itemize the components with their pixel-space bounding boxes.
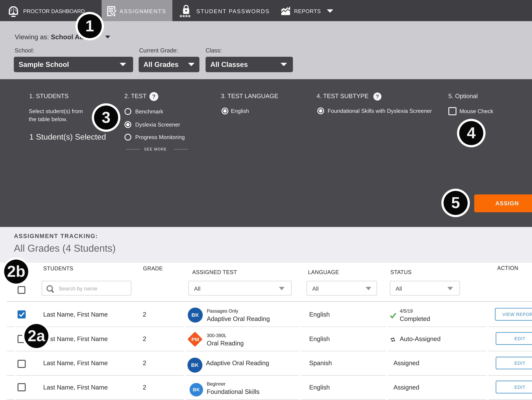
svg-text:****: ****	[180, 13, 191, 19]
